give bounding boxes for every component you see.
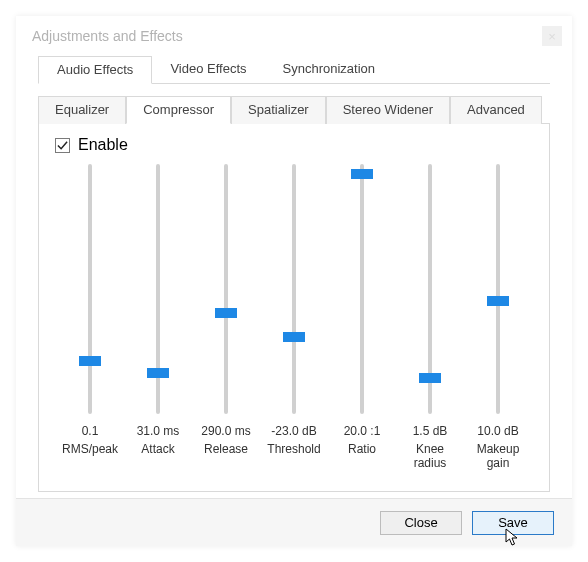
tab-spatializer[interactable]: Spatializer xyxy=(231,96,326,124)
slider-label: Ratio xyxy=(348,442,376,456)
slider-attack: 31.0 msAttack xyxy=(127,164,189,471)
slider-label: Attack xyxy=(141,442,174,456)
dialog-footer: Close Save xyxy=(16,498,572,546)
tab-stereo-widener[interactable]: Stereo Widener xyxy=(326,96,450,124)
slider-track[interactable] xyxy=(88,164,92,414)
slider-label: RMS/peak xyxy=(62,442,118,456)
slider-label: Makeupgain xyxy=(477,442,520,471)
close-button[interactable]: Close xyxy=(380,511,462,535)
slider-thumb[interactable] xyxy=(147,368,169,378)
save-button[interactable]: Save xyxy=(472,511,554,535)
slider-thumb[interactable] xyxy=(419,373,441,383)
sliders-row: 0.1RMS/peak31.0 msAttack290.0 msRelease-… xyxy=(55,164,533,471)
slider-value: 1.5 dB xyxy=(413,424,448,438)
slider-track[interactable] xyxy=(224,164,228,414)
slider-label: Release xyxy=(204,442,248,456)
tab-video-effects[interactable]: Video Effects xyxy=(152,56,264,84)
slider-thumb[interactable] xyxy=(283,332,305,342)
slider-label: Threshold xyxy=(267,442,320,456)
tab-compressor[interactable]: Compressor xyxy=(126,96,231,124)
slider-ratio: 20.0 :1Ratio xyxy=(331,164,393,471)
titlebar: Adjustments and Effects × xyxy=(16,16,572,56)
slider-track[interactable] xyxy=(360,164,364,414)
slider-thumb[interactable] xyxy=(215,308,237,318)
window-title: Adjustments and Effects xyxy=(26,28,542,44)
main-tabs: Audio Effects Video Effects Synchronizat… xyxy=(38,56,550,84)
slider-track[interactable] xyxy=(292,164,296,414)
slider-makeup-gain: 10.0 dBMakeupgain xyxy=(467,164,529,471)
enable-row: Enable xyxy=(55,136,533,154)
close-icon[interactable]: × xyxy=(542,26,562,46)
slider-track[interactable] xyxy=(156,164,160,414)
slider-value: 290.0 ms xyxy=(201,424,250,438)
enable-label: Enable xyxy=(78,136,128,154)
slider-rms-peak: 0.1RMS/peak xyxy=(59,164,121,471)
tab-audio-effects[interactable]: Audio Effects xyxy=(38,56,152,84)
slider-value: 0.1 xyxy=(82,424,99,438)
tab-advanced[interactable]: Advanced xyxy=(450,96,542,124)
slider-value: -23.0 dB xyxy=(271,424,316,438)
tab-equalizer[interactable]: Equalizer xyxy=(38,96,126,124)
sub-tabs: Equalizer Compressor Spatializer Stereo … xyxy=(38,96,550,124)
compressor-panel: Enable 0.1RMS/peak31.0 msAttack290.0 msR… xyxy=(38,124,550,492)
slider-value: 31.0 ms xyxy=(137,424,180,438)
slider-thumb[interactable] xyxy=(79,356,101,366)
slider-thumb[interactable] xyxy=(487,296,509,306)
slider-release: 290.0 msRelease xyxy=(195,164,257,471)
slider-value: 10.0 dB xyxy=(477,424,518,438)
slider-knee-radius: 1.5 dBKneeradius xyxy=(399,164,461,471)
enable-checkbox[interactable] xyxy=(55,138,70,153)
tab-synchronization[interactable]: Synchronization xyxy=(265,56,394,84)
dialog-window: Adjustments and Effects × Audio Effects … xyxy=(16,16,572,546)
content-area: Audio Effects Video Effects Synchronizat… xyxy=(16,56,572,492)
slider-label: Kneeradius xyxy=(414,442,447,471)
slider-thumb[interactable] xyxy=(351,169,373,179)
slider-threshold: -23.0 dBThreshold xyxy=(263,164,325,471)
slider-track[interactable] xyxy=(428,164,432,414)
slider-value: 20.0 :1 xyxy=(344,424,381,438)
slider-track[interactable] xyxy=(496,164,500,414)
